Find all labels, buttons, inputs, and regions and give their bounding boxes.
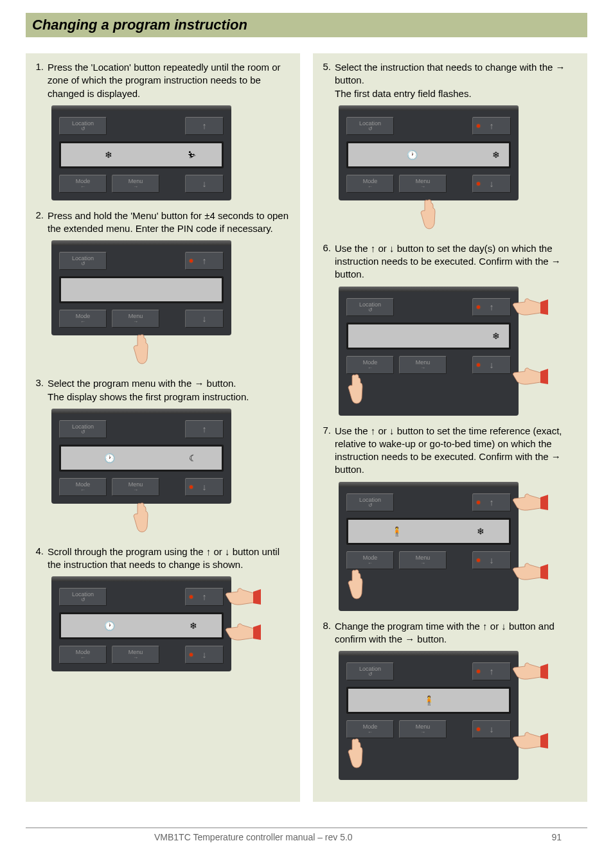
menu-button[interactable]: Menu →	[112, 310, 159, 328]
arrow-down-icon: ↓	[490, 360, 494, 370]
footer-title: VMB1TC Temperature controller manual – r…	[154, 832, 353, 842]
location-button[interactable]: Location ↺	[59, 588, 107, 606]
menu-button[interactable]: Menu →	[112, 478, 159, 496]
arrow-up-icon: ↑	[490, 497, 494, 508]
section-header: Changing a program instruction	[26, 13, 587, 37]
menu-button[interactable]: Menu →	[399, 551, 447, 569]
panel-body: Location ↺ ↑ 🕐❄ Mode ← Menu →	[339, 111, 519, 200]
step: 6. Use the ↑ or ↓ button to set the day(…	[319, 242, 578, 281]
device-panel: Location ↺ ↑ 🧍❄ Mode ← Menu →	[339, 482, 519, 611]
step-number: 2.	[32, 209, 48, 236]
panel-body: Location ↺ ↑ ❄⛷ Mode ← Menu →	[51, 111, 231, 200]
hand-pointer-icon	[512, 729, 548, 754]
location-button[interactable]: Location ↺	[346, 298, 394, 316]
arrow-down-icon: ↓	[490, 555, 494, 565]
up-button[interactable]: ↑	[472, 493, 511, 511]
step-text: Press the 'Location' button repeatedly u…	[48, 61, 290, 100]
arrow-down-icon: ↓	[490, 724, 494, 734]
location-button[interactable]: Location ↺	[59, 252, 107, 270]
down-button[interactable]: ↓	[472, 551, 511, 569]
panel-body: Location ↺ ↑ ❄ Mode ← Menu →	[339, 292, 519, 416]
lcd-display: 🕐❄	[59, 612, 224, 639]
reset-icon: ↺	[81, 261, 85, 267]
arrow-left-icon: ←	[80, 319, 85, 324]
left-column: 1. Press the 'Location' button repeatedl…	[26, 53, 300, 802]
bezel	[51, 576, 231, 581]
bezel	[51, 240, 231, 245]
arrow-right-icon: →	[133, 655, 138, 660]
menu-button[interactable]: Menu →	[112, 175, 159, 193]
hand-pointer-icon	[51, 334, 231, 368]
up-button[interactable]: ↑	[472, 298, 511, 316]
panel-body: Location ↺ ↑ 🧍❄ Mode ← Menu →	[339, 487, 519, 611]
reset-icon: ↺	[81, 126, 85, 132]
step: 3. Select the program menu with the → bu…	[32, 377, 290, 403]
hand-pointer-icon	[512, 660, 548, 685]
down-button[interactable]: ↓	[472, 175, 511, 193]
led-indicator	[190, 653, 193, 657]
menu-button[interactable]: Menu →	[112, 646, 159, 664]
arrow-left-icon: ←	[80, 655, 85, 660]
step-text: Select the program menu with the → butto…	[48, 377, 290, 403]
mode-button[interactable]: Mode ←	[346, 175, 394, 193]
down-button[interactable]: ↓	[185, 310, 224, 328]
device-panel: Location ↺ ↑ 🕐☾ Mode ← Menu →	[51, 409, 231, 536]
down-button[interactable]: ↓	[472, 720, 511, 738]
step-number: 1.	[32, 61, 48, 100]
location-button[interactable]: Location ↺	[346, 662, 394, 680]
lcd-display	[59, 276, 224, 303]
led-indicator	[190, 260, 193, 263]
hand-pointer-icon	[51, 502, 231, 536]
arrow-down-icon: ↓	[202, 314, 207, 324]
up-button[interactable]: ↑	[472, 117, 511, 135]
arrow-up-icon: ↑	[490, 666, 494, 677]
down-button[interactable]: ↓	[185, 478, 224, 496]
device-panel: Location ↺ ↑ Mode ← Menu →	[51, 240, 231, 368]
hand-pointer-icon	[339, 199, 519, 233]
led-indicator	[477, 124, 480, 127]
step: 5. Select the instruction that needs to …	[319, 61, 578, 100]
location-button[interactable]: Location ↺	[346, 493, 394, 511]
arrow-down-icon: ↓	[490, 179, 494, 189]
mode-button[interactable]: Mode ←	[59, 478, 107, 496]
arrow-left-icon: ←	[368, 560, 373, 566]
down-button[interactable]: ↓	[472, 356, 511, 374]
location-button[interactable]: Location ↺	[346, 117, 394, 135]
reset-icon: ↺	[81, 429, 85, 435]
panel-body: Location ↺ ↑ Mode ← Menu →	[51, 245, 231, 335]
lcd-display: 🧍❄	[346, 518, 511, 545]
hand-pointer-icon	[512, 491, 548, 516]
reset-icon: ↺	[368, 671, 373, 677]
menu-button[interactable]: Menu →	[399, 720, 447, 738]
lcd-display: 🧍	[346, 687, 511, 714]
up-button[interactable]: ↑	[185, 117, 224, 135]
led-indicator	[477, 670, 480, 673]
mode-button[interactable]: Mode ←	[346, 356, 394, 374]
arrow-down-icon: ↓	[202, 650, 207, 660]
mode-button[interactable]: Mode ←	[346, 551, 394, 569]
up-button[interactable]: ↑	[185, 588, 224, 606]
location-button[interactable]: Location ↺	[59, 117, 107, 135]
bezel	[339, 651, 519, 656]
hand-pointer-icon	[346, 569, 511, 603]
mode-button[interactable]: Mode ←	[59, 310, 107, 328]
down-button[interactable]: ↓	[185, 175, 224, 193]
arrow-right-icon: →	[420, 365, 425, 371]
bezel	[51, 105, 231, 111]
mode-button[interactable]: Mode ←	[59, 175, 107, 193]
mode-button[interactable]: Mode ←	[59, 646, 107, 664]
led-indicator	[477, 363, 480, 366]
up-button[interactable]: ↑	[185, 252, 224, 270]
arrow-up-icon: ↑	[490, 302, 494, 312]
location-button[interactable]: Location ↺	[59, 420, 107, 438]
reset-icon: ↺	[368, 502, 373, 508]
step: 7. Use the ↑ or ↓ button to set the time…	[319, 425, 578, 477]
up-button[interactable]: ↑	[472, 662, 511, 680]
lcd-display: 🕐❄	[346, 141, 511, 168]
mode-button[interactable]: Mode ←	[346, 720, 394, 738]
down-button[interactable]: ↓	[185, 646, 224, 664]
menu-button[interactable]: Menu →	[399, 356, 447, 374]
hand-pointer-icon	[512, 365, 548, 390]
menu-button[interactable]: Menu →	[399, 175, 447, 193]
up-button[interactable]: ↑	[185, 420, 224, 438]
